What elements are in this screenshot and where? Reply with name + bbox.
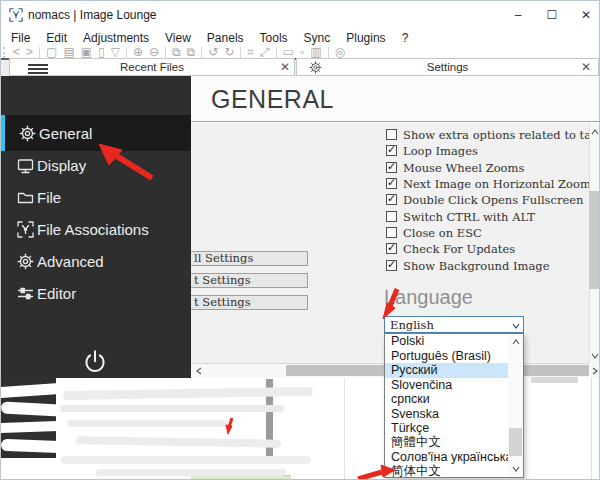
sidebar-item-advanced[interactable]: Advanced bbox=[1, 245, 191, 277]
back-icon[interactable]: < bbox=[10, 46, 23, 58]
checkbox-icon[interactable]: ✓ bbox=[386, 145, 397, 156]
checkbox-icon[interactable]: ✓ bbox=[386, 243, 397, 254]
sidebar-item-label: General bbox=[39, 125, 92, 142]
language-option[interactable]: Português (Brasil) bbox=[385, 349, 508, 364]
sliders-icon bbox=[17, 285, 34, 302]
checkbox-label: Close on ESC bbox=[403, 226, 482, 240]
vertical-scrollbar-thumb[interactable] bbox=[589, 191, 600, 289]
white-scribble bbox=[1, 439, 65, 453]
resize-icon[interactable]: ⤢ bbox=[257, 46, 273, 58]
checkbox-icon[interactable] bbox=[386, 227, 397, 238]
language-option[interactable]: Slovenčina bbox=[385, 378, 508, 393]
language-option[interactable]: 简体中文 bbox=[385, 465, 508, 480]
power-icon[interactable] bbox=[82, 349, 108, 375]
zoom-in-icon[interactable]: ⊕ bbox=[130, 46, 146, 58]
settings-button[interactable]: t Settings bbox=[191, 295, 308, 310]
dropdown-scrollbar[interactable] bbox=[508, 334, 523, 477]
language-option[interactable]: Svenska bbox=[385, 407, 508, 422]
thumbnails-icon[interactable]: ▥ bbox=[307, 46, 324, 58]
checkbox-icon[interactable]: ✓ bbox=[386, 194, 397, 205]
tab-settings-label: Settings bbox=[297, 61, 598, 73]
menu-panels[interactable]: Panels bbox=[199, 31, 252, 45]
checkbox-next-image-on-horizontal-zoom[interactable]: ✓ Next Image on Horizontal Zoom bbox=[386, 177, 591, 190]
dropdown-scrollbar-thumb[interactable] bbox=[509, 428, 522, 456]
language-option[interactable]: српски bbox=[385, 392, 508, 407]
scroll-up-icon[interactable] bbox=[590, 127, 600, 137]
menu-tools[interactable]: Tools bbox=[252, 31, 296, 45]
menu-plugins[interactable]: Plugins bbox=[338, 31, 393, 45]
language-option[interactable]: Polski bbox=[385, 334, 508, 349]
save-icon[interactable]: ▣ bbox=[78, 46, 95, 58]
checkbox-label: Double Click Opens Fullscreen bbox=[403, 193, 583, 207]
select-rect-icon[interactable]: ▭ bbox=[280, 46, 297, 58]
sidebar-item-general[interactable]: General bbox=[1, 115, 191, 151]
delete-icon[interactable]: ▯ bbox=[95, 46, 108, 58]
settings-button[interactable]: t Settings bbox=[191, 273, 308, 288]
open-folder-icon[interactable]: ▤ bbox=[60, 46, 77, 58]
new-folder-icon[interactable]: ▢ bbox=[43, 46, 60, 58]
checkbox-switch-ctrl-with-alt[interactable]: Switch CTRL with ALT bbox=[386, 210, 535, 223]
menu-[interactable]: ? bbox=[394, 31, 417, 45]
checkbox-icon[interactable]: ✓ bbox=[386, 178, 397, 189]
tab-recent-files[interactable]: Recent Files ✕ bbox=[9, 58, 295, 76]
zoom-out-icon[interactable]: ⊖ bbox=[146, 46, 162, 58]
toolbar-separator bbox=[201, 47, 202, 58]
tab-recent-files-close-icon[interactable]: ✕ bbox=[278, 60, 292, 74]
title-bar: nomacs | Image Lounge – ☐ ✕ bbox=[1, 1, 600, 29]
minimize-button[interactable]: – bbox=[501, 1, 535, 29]
scroll-up-icon[interactable] bbox=[511, 337, 521, 347]
gear-icon bbox=[17, 253, 34, 270]
tab-settings[interactable]: Settings ✕ bbox=[296, 58, 599, 76]
crop-icon[interactable]: ⌗ bbox=[244, 46, 257, 58]
frame-icon[interactable]: ▫ bbox=[297, 46, 307, 58]
rotate-cw-icon[interactable]: ↻ bbox=[221, 46, 237, 58]
sidebar-item-display[interactable]: Display bbox=[1, 149, 191, 181]
copy-icon[interactable]: ⧉ bbox=[169, 46, 184, 58]
checkbox-show-background-image[interactable]: ✓ Show Background Image bbox=[386, 259, 550, 272]
language-selected-value: English bbox=[390, 318, 434, 332]
language-combobox[interactable]: English bbox=[384, 316, 524, 333]
menu-sync[interactable]: Sync bbox=[296, 31, 339, 45]
menu-view[interactable]: View bbox=[157, 31, 199, 45]
checkbox-mouse-wheel-zooms[interactable]: ✓ Mouse Wheel Zooms bbox=[386, 161, 524, 174]
gear-icon bbox=[19, 125, 36, 142]
forward-icon[interactable]: > bbox=[23, 46, 36, 58]
checkbox-label: Show extra options related to tabs bbox=[403, 128, 600, 142]
scroll-left-icon[interactable] bbox=[194, 366, 204, 376]
checkbox-icon[interactable]: ✓ bbox=[386, 260, 397, 271]
settings-button[interactable]: ll Settings bbox=[191, 251, 308, 266]
checkbox-show-extra-options-related-to-tabs[interactable]: Show extra options related to tabs bbox=[386, 128, 600, 141]
tab-settings-close-icon[interactable]: ✕ bbox=[579, 60, 593, 74]
toolbar-drag-handle[interactable] bbox=[3, 47, 5, 58]
checkbox-icon[interactable] bbox=[386, 211, 397, 222]
checkbox-icon[interactable] bbox=[386, 129, 397, 140]
menu-file[interactable]: File bbox=[3, 31, 38, 45]
tab-recent-files-label: Recent Files bbox=[10, 61, 294, 73]
sidebar-item-file-associations[interactable]: File Associations bbox=[1, 213, 191, 245]
sidebar-item-editor[interactable]: Editor bbox=[1, 277, 191, 309]
maximize-button[interactable]: ☐ bbox=[535, 1, 569, 29]
checkbox-label: Switch CTRL with ALT bbox=[403, 210, 535, 224]
checkbox-icon[interactable]: ✓ bbox=[386, 162, 397, 173]
rotate-ccw-icon[interactable]: ↺ bbox=[205, 46, 221, 58]
menu-adjustments[interactable]: Adjustments bbox=[75, 31, 157, 45]
filter-icon[interactable]: ▽ bbox=[108, 46, 123, 58]
close-button[interactable]: ✕ bbox=[569, 1, 600, 29]
language-option[interactable]: 簡體中文 bbox=[385, 436, 508, 451]
scroll-down-icon[interactable] bbox=[590, 351, 600, 361]
checkbox-double-click-opens-fullscreen[interactable]: ✓ Double Click Opens Fullscreen bbox=[386, 193, 583, 206]
scroll-down-icon[interactable] bbox=[511, 464, 521, 474]
redacted-text-line bbox=[63, 387, 313, 400]
checkbox-close-on-esc[interactable]: Close on ESC bbox=[386, 226, 482, 239]
checkbox-loop-images[interactable]: ✓ Loop Images bbox=[386, 144, 478, 157]
checkbox-label: Show Background Image bbox=[403, 259, 550, 273]
checkbox-check-for-updates[interactable]: ✓ Check For Updates bbox=[386, 242, 515, 255]
language-dropdown-list: PolskiPortuguês (Brasil)РусскийSlovenčin… bbox=[384, 333, 524, 478]
paste-icon[interactable]: ⧉ bbox=[184, 46, 199, 58]
menu-edit[interactable]: Edit bbox=[38, 31, 75, 45]
scroll-right-icon[interactable] bbox=[590, 366, 600, 376]
toolbar-separator bbox=[240, 47, 241, 58]
sidebar-item-file[interactable]: File bbox=[1, 181, 191, 213]
language-option[interactable]: Русский bbox=[385, 363, 508, 378]
location-icon[interactable]: ◎ bbox=[332, 46, 348, 58]
